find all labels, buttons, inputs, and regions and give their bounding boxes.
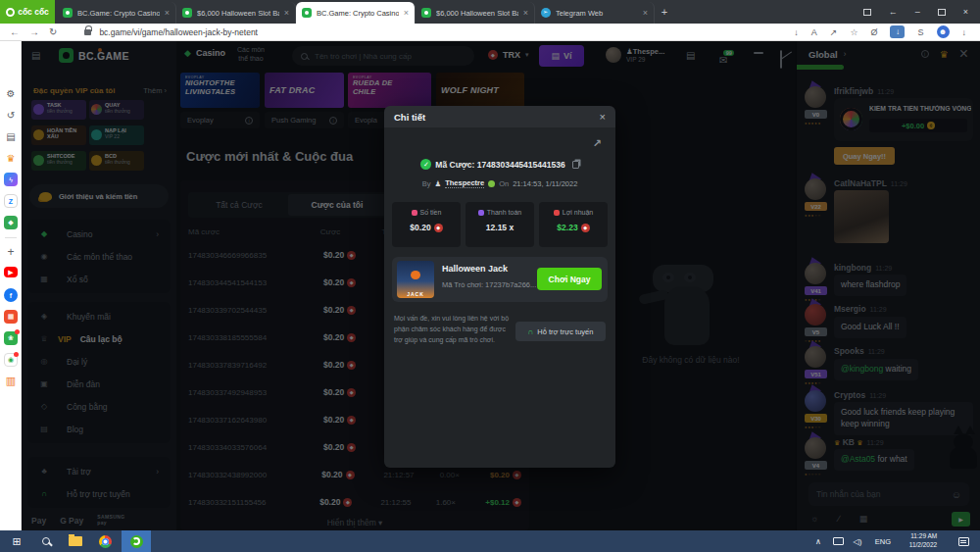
game-id-row: Mã Trò chơi: 17237b7a266... [442, 280, 546, 289]
reload-button[interactable]: ↻ [49, 26, 57, 37]
promo-ball-icon[interactable]: ◉ [0, 353, 22, 367]
cart-icon[interactable]: ▥ [0, 375, 22, 387]
game-id[interactable]: 17237b7a266... [485, 280, 536, 289]
zalo-icon[interactable]: Z [0, 194, 22, 208]
tab-close-icon[interactable]: × [284, 8, 289, 18]
extension-icon[interactable]: S [917, 27, 923, 37]
window-restore-button[interactable] [938, 9, 946, 16]
frog-emoji-icon [488, 180, 495, 187]
settings-gear-icon[interactable]: ⚙ [0, 88, 22, 99]
action-center-icon[interactable] [953, 530, 974, 552]
adblock-icon[interactable]: Ø [870, 27, 877, 37]
bet-datetime: 21:14:53, 1/11/2022 [513, 179, 577, 188]
copy-icon[interactable] [572, 161, 579, 169]
tab-favicon [302, 8, 312, 18]
cast-icon[interactable] [863, 9, 871, 16]
profile-avatar-icon[interactable]: ☻ [937, 25, 950, 38]
window-minimize-button[interactable]: – [915, 7, 920, 17]
tab-close-icon[interactable]: × [523, 8, 528, 18]
volume-icon[interactable]: ◁) [849, 530, 866, 552]
verified-check-icon: ✓ [420, 159, 431, 170]
browser-tab[interactable]: BC.Game: Crypto Casino Gan × [57, 2, 176, 24]
bcgame-page: ▤ BC.GAME Đặc quyền VIP của tôi Thêm › T… [22, 41, 980, 530]
browser-tab[interactable]: $6,000 Halloween Slot Battle × [176, 2, 296, 24]
address-bar-actions: ↓ A ↗ ☆ Ø ↓ S ☻ ↓ [794, 25, 980, 38]
back-to-app-icon[interactable]: ← [889, 7, 898, 17]
network-icon[interactable] [829, 530, 847, 552]
chrome-icon[interactable] [92, 530, 118, 552]
download-manager-icon[interactable]: ↓ [890, 25, 905, 38]
tab-close-icon[interactable]: × [404, 8, 409, 18]
window-controls: ← – × [863, 0, 980, 24]
game-thumbnail[interactable]: JACK [397, 261, 434, 298]
youtube-icon[interactable]: ▶ [0, 267, 22, 277]
browser-tab-bar: cốc cốc BC.Game: Crypto Casino Gan × $6,… [0, 0, 980, 24]
taskbar-search-icon[interactable] [33, 530, 59, 552]
history-icon[interactable]: ↺ [0, 110, 22, 121]
modal-close-icon[interactable]: × [600, 111, 606, 123]
tab-favicon [182, 8, 192, 18]
address-bar: ← → ↻ bc.game/vi/game/halloween-jack-by-… [0, 24, 980, 41]
forward-button[interactable]: → [29, 26, 39, 37]
tab-favicon [421, 8, 431, 18]
tab-title: $6,000 Halloween Slot Battle [197, 9, 279, 18]
url-text[interactable]: bc.game/vi/game/halloween-jack-by-netent [99, 27, 258, 37]
games-icon[interactable]: ◆ [0, 216, 22, 229]
gift-icon[interactable]: ❀ [0, 331, 22, 345]
downloads-icon[interactable]: ↓ [962, 27, 967, 37]
shop-icon[interactable]: ▦ [0, 310, 22, 324]
tab-favicon [541, 8, 551, 18]
new-tab-button[interactable]: + [655, 0, 674, 24]
tab-title: Telegram Web [556, 9, 638, 18]
tab-title: $6,000 Halloween Slot Battle [436, 9, 518, 18]
bet-author[interactable]: Thespectre [445, 178, 484, 188]
facebook-icon[interactable]: f [0, 288, 22, 302]
taskbar-clock[interactable]: 11:29 AM11/2/2022 [900, 530, 947, 552]
play-now-button[interactable]: Chơi Ngay [537, 268, 602, 290]
coccoc-logo-icon [6, 8, 15, 17]
modal-bet-id[interactable]: 1748303445415441536 [477, 160, 565, 170]
start-button[interactable]: ⊞ [4, 530, 29, 552]
headset-icon: ∩ [528, 327, 534, 336]
coccoc-menu-button[interactable]: cốc cốc [0, 0, 55, 24]
coccoc-logo-label: cốc cốc [18, 7, 49, 17]
file-explorer-icon[interactable] [63, 530, 88, 552]
browser-tab[interactable]: BC.Game: Crypto Casino Gan × [296, 2, 416, 24]
share-icon[interactable]: ↗ [830, 27, 838, 37]
user-badge-icon: ♟ [434, 179, 441, 188]
browser-tab[interactable]: $6,000 Halloween Slot Battle × [416, 2, 535, 24]
bet-details-modal: Chi tiết × ↗ ✓ Mã Cược: 1748303445415441… [384, 106, 615, 468]
tab-close-icon[interactable]: × [165, 8, 170, 18]
browser-tab[interactable]: Telegram Web × [535, 2, 655, 24]
modal-header: Chi tiết × [384, 106, 615, 127]
support-note: Mọi vấn đề, xin vui lòng liên hệ với bộ … [394, 314, 514, 346]
tab-favicon [63, 8, 73, 18]
tab-title: BC.Game: Crypto Casino Gan [77, 9, 160, 18]
stat-amount: Số tiền $0.20◆ [392, 202, 461, 247]
bookmark-star-icon[interactable]: ☆ [850, 27, 858, 37]
thumb-caption: JACK [397, 291, 434, 297]
back-button[interactable]: ← [10, 26, 20, 37]
tray-expand-icon[interactable]: ∧ [809, 530, 827, 552]
trx-coin-icon: ◆ [434, 224, 443, 232]
stat-payout: Thanh toán 12.15 x [466, 202, 534, 247]
messenger-icon[interactable]: ϟ [0, 173, 22, 186]
language-indicator[interactable]: ENG [870, 530, 896, 552]
coccoc-taskbar-icon[interactable] [122, 530, 151, 552]
sidebar-divider [5, 237, 17, 238]
reading-list-icon[interactable]: ▤ [0, 131, 22, 142]
save-page-icon[interactable]: ↓ [794, 27, 799, 37]
game-card: JACK Halloween Jack Mã Trò chơi: 17237b7… [392, 257, 608, 302]
browser-sidebar: ⚙ ↺ ▤ ♛ ϟ Z ◆ + ▶ f ▦ ❀ ◉ ▥ ⋯ [0, 41, 22, 530]
translate-icon[interactable]: A [811, 27, 817, 37]
bet-author-row: By ♟ Thespectre On 21:14:53, 1/11/2022 [384, 178, 615, 188]
add-shortcut-icon[interactable]: + [0, 245, 22, 259]
amount-icon [412, 210, 417, 216]
share-bet-icon[interactable]: ↗ [593, 137, 602, 150]
window-close-button[interactable]: × [963, 7, 968, 17]
ssl-lock-icon[interactable] [84, 29, 91, 35]
tab-close-icon[interactable]: × [643, 8, 648, 18]
modal-body: ↗ ✓ Mã Cược: 1748303445415441536 By ♟ Th… [384, 127, 615, 468]
crown-vip-icon[interactable]: ♛ [0, 153, 22, 164]
live-support-button[interactable]: ∩ Hỗ trợ trực tuyến [515, 322, 606, 341]
